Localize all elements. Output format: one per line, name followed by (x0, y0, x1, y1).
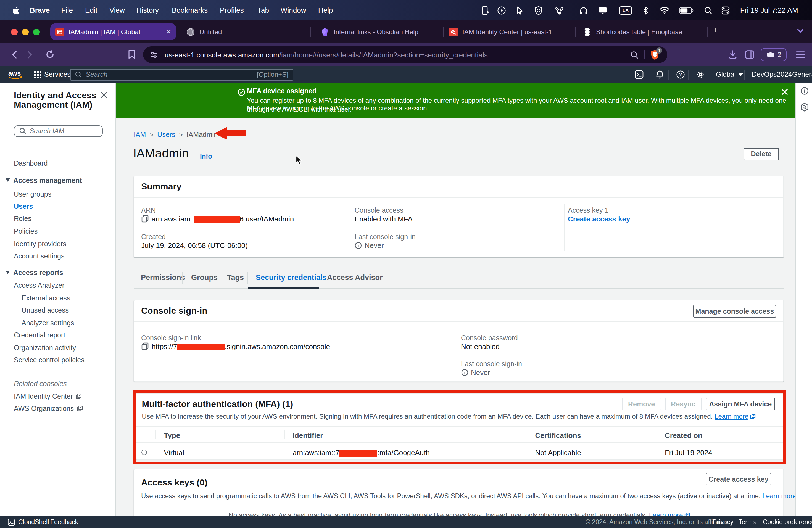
menu-history[interactable]: History (136, 0, 159, 20)
spotlight-search-icon[interactable] (704, 6, 712, 14)
breadcrumb-users[interactable]: Users (157, 131, 175, 138)
help-icon[interactable]: ? (676, 70, 685, 79)
headphones-status-icon[interactable] (579, 6, 588, 14)
region-selector[interactable]: Global (716, 66, 743, 83)
tab-groups[interactable]: Groups (191, 274, 218, 282)
control-center-icon[interactable] (721, 6, 730, 14)
mfa-row-radio[interactable] (142, 450, 147, 455)
site-settings-icon[interactable] (150, 50, 158, 59)
bookmark-icon[interactable] (128, 50, 135, 59)
menu-bar-clock[interactable]: Fri 19 Jul 7:22 AM (740, 0, 798, 20)
delete-button[interactable]: Delete (743, 148, 779, 160)
sidebar-item-external-access[interactable]: External access (21, 294, 70, 302)
sidebar-item-identity-providers[interactable]: Identity providers (14, 240, 66, 248)
iphone-mirroring-icon[interactable] (482, 5, 489, 15)
menu-help[interactable]: Help (318, 0, 333, 20)
sidebar-item-credential-report[interactable]: Credential report (14, 332, 65, 339)
menu-brave[interactable]: Brave (30, 0, 50, 20)
settings-gear-icon[interactable] (696, 70, 705, 79)
services-menu[interactable]: Services (44, 66, 71, 83)
menu-tab[interactable]: Tab (257, 0, 269, 20)
playback-icon[interactable] (497, 6, 506, 15)
section-caret-icon[interactable] (5, 178, 10, 182)
tab-identity-center[interactable]: IAM Identity Center | us-east-1 (449, 23, 552, 40)
menu-file[interactable]: File (61, 0, 73, 20)
sidebar-item-organization-activity[interactable]: Organization activity (14, 344, 76, 352)
wifi-icon[interactable] (659, 6, 669, 14)
footer-cookie-link[interactable]: Cookie preferences (763, 516, 812, 528)
sidebar-section-access-reports[interactable]: Access reports (13, 269, 63, 277)
sidebar-item-service-control-policies[interactable]: Service control policies (14, 356, 85, 364)
sidebar-close-icon[interactable] (101, 92, 107, 98)
tab-list-chevron-icon[interactable] (797, 27, 804, 35)
battery-icon[interactable] (679, 6, 694, 14)
sidebar-item-user-groups[interactable]: User groups (14, 191, 52, 198)
tab-iamadmin[interactable]: IAMadmin | IAM | Global ✕ (50, 23, 176, 40)
access-keys-learn-more-link[interactable]: Learn more (762, 492, 795, 500)
cloudshell-button[interactable]: CloudShell (8, 516, 49, 528)
search-in-page-icon[interactable] (630, 50, 639, 59)
back-button[interactable] (12, 50, 17, 59)
footer-terms-link[interactable]: Terms (739, 516, 756, 528)
info-panel-icon[interactable] (800, 87, 809, 95)
empty-learn-more-link[interactable]: Learn more (649, 511, 683, 516)
aws-search-box[interactable]: Search [Option+S] (70, 69, 293, 80)
footer-privacy-link[interactable]: Privacy (713, 516, 733, 528)
bee-status-icon[interactable] (555, 6, 564, 15)
forward-button[interactable] (27, 50, 33, 59)
menu-edit[interactable]: Edit (85, 0, 98, 20)
aws-logo[interactable]: aws (8, 69, 23, 79)
sidebar-item-aws-organizations[interactable]: AWS Organizations (14, 405, 83, 413)
section-caret-icon[interactable] (5, 270, 10, 274)
tab-obsidian-help[interactable]: Internal links - Obsidian Help (320, 23, 418, 40)
downloads-icon[interactable] (729, 50, 737, 59)
display-status-icon[interactable] (598, 6, 607, 14)
account-menu[interactable]: DevOps2024General (752, 66, 812, 83)
sidebar-item-unused-access[interactable]: Unused access (21, 307, 69, 314)
sidebar-toggle-icon[interactable] (745, 50, 754, 59)
brave-shield-icon[interactable]: 1 (650, 49, 659, 60)
services-grid-icon[interactable] (34, 71, 41, 78)
window-close-button[interactable] (11, 28, 18, 35)
mfa-remove-button[interactable]: Remove (622, 398, 661, 410)
bluetooth-icon[interactable] (643, 6, 649, 14)
feedback-link[interactable]: Feedback (50, 516, 78, 528)
menu-bookmarks[interactable]: Bookmarks (172, 0, 208, 20)
sidebar-item-analyzer-settings[interactable]: Analyzer settings (21, 319, 74, 327)
url-field[interactable]: us-east-1.console.aws.amazon.com/iam/hom… (143, 46, 667, 63)
notifications-bell-icon[interactable] (656, 70, 664, 79)
mfa-learn-more-link[interactable]: Learn more (714, 412, 749, 420)
tab-tags[interactable]: Tags (227, 274, 244, 282)
cursor-status-icon[interactable] (517, 6, 523, 14)
keyboard-layout-indicator[interactable]: LA (619, 6, 632, 14)
tab-security-credentials[interactable]: Security credentials (256, 274, 327, 282)
sidebar-item-users[interactable]: Users (14, 202, 33, 210)
new-tab-button[interactable]: + (713, 25, 718, 36)
manage-console-access-button[interactable]: Manage console access (693, 305, 776, 318)
mfa-resync-button[interactable]: Resync (665, 398, 701, 410)
sidebar-item-account-settings[interactable]: Account settings (14, 252, 64, 260)
cloudshell-icon[interactable] (635, 70, 643, 79)
menu-view[interactable]: View (110, 0, 125, 20)
menu-window[interactable]: Window (280, 0, 306, 20)
sidebar-section-access-management[interactable]: Access management (13, 177, 82, 185)
window-zoom-button[interactable] (33, 28, 40, 35)
copy-icon[interactable] (141, 342, 148, 350)
copy-icon[interactable] (141, 215, 148, 223)
window-minimize-button[interactable] (22, 28, 29, 35)
sidebar-item-access-analyzer[interactable]: Access Analyzer (14, 282, 64, 289)
create-access-key-button[interactable]: Create access key (706, 473, 771, 485)
reload-button[interactable] (45, 50, 55, 59)
breadcrumb-iam[interactable]: IAM (134, 131, 146, 138)
flashbar-close-icon[interactable] (781, 88, 788, 96)
sidebar-item-roles[interactable]: Roles (14, 215, 31, 223)
create-access-key-link[interactable]: Create access key (568, 215, 630, 223)
tab-emojibase[interactable]: Shortcodes table | Emojibase (583, 23, 682, 40)
tab-close-icon[interactable]: ✕ (166, 28, 171, 35)
menu-profiles[interactable]: Profiles (220, 0, 244, 20)
browser-menu-icon[interactable] (796, 51, 805, 59)
tab-access-advisor[interactable]: Access Advisor (327, 274, 383, 282)
apple-menu-icon[interactable] (12, 6, 19, 15)
shield-status-icon[interactable] (535, 6, 542, 15)
sidebar-search-input[interactable]: Search IAM (14, 125, 102, 137)
